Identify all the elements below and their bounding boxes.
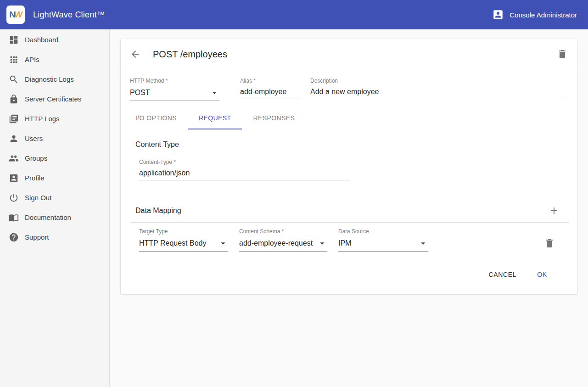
section-gap xyxy=(121,180,577,194)
content-schema-label: Content Schema * xyxy=(239,228,327,235)
content-type-value: application/json xyxy=(139,169,190,177)
description-value: Add a new employee xyxy=(310,88,379,96)
delete-endpoint-icon[interactable] xyxy=(557,49,568,60)
sidebar-item-http-logs[interactable]: HTTP Logs xyxy=(0,109,109,129)
chevron-down-icon xyxy=(209,88,219,98)
data-source-select[interactable]: Data Source IPM xyxy=(338,228,428,252)
sidebar-item-sign-out[interactable]: Sign Out xyxy=(0,188,109,208)
account-box-icon xyxy=(492,9,504,21)
sidebar-item-diagnostic-logs[interactable]: Diagnostic Logs xyxy=(0,69,109,89)
sidebar-item-users[interactable]: Users xyxy=(0,129,109,148)
alias-value: add-employee xyxy=(240,88,286,96)
sidebar-item-support[interactable]: Support xyxy=(0,227,109,247)
help-icon xyxy=(9,232,19,242)
content-type-label: Content-Type * xyxy=(139,159,350,165)
power-icon xyxy=(9,193,19,203)
sidebar-nav: Dashboard APIs Diagnostic Logs Server Ce… xyxy=(0,29,110,387)
library-books-icon xyxy=(9,114,19,124)
app-logo: NW xyxy=(6,6,25,24)
target-type-value: HTTP Request Body xyxy=(139,239,206,247)
sidebar-item-label: Server Certificates xyxy=(25,95,81,103)
content-type-field[interactable]: Content-Type * application/json xyxy=(139,159,350,180)
sidebar-item-server-certificates[interactable]: Server Certificates xyxy=(0,89,109,109)
sidebar-item-profile[interactable]: Profile xyxy=(0,168,109,188)
tab-responses[interactable]: RESPONSES xyxy=(242,107,306,129)
mapping-row: Target Type HTTP Request Body Content Sc… xyxy=(121,223,577,252)
sidebar-item-label: Groups xyxy=(25,154,47,162)
target-type-select[interactable]: Target Type HTTP Request Body xyxy=(139,228,228,252)
cancel-button[interactable]: CANCEL xyxy=(482,266,524,283)
person-icon xyxy=(9,134,19,144)
data-mapping-heading: Data Mapping xyxy=(135,205,560,216)
sidebar-item-label: Support xyxy=(25,233,49,241)
content-schema-select[interactable]: Content Schema * add-employee-request xyxy=(239,228,327,252)
alias-label: Alias * xyxy=(240,78,301,84)
endpoint-detail-card: POST /employees HTTP Method * POST Alias… xyxy=(121,39,577,294)
sidebar-item-label: Profile xyxy=(25,174,45,182)
content-schema-value: add-employee-request xyxy=(239,239,313,247)
sidebar-item-apis[interactable]: APIs xyxy=(0,50,109,69)
sidebar-item-documentation[interactable]: Documentation xyxy=(0,208,109,227)
back-arrow-icon[interactable] xyxy=(130,49,141,60)
http-method-select[interactable]: HTTP Method * POST xyxy=(130,78,219,101)
description-field[interactable]: Description Add a new employee xyxy=(310,78,568,101)
sidebar-item-label: APIs xyxy=(25,56,39,63)
search-icon xyxy=(9,74,19,84)
data-source-label: Data Source xyxy=(338,228,428,235)
chevron-down-icon xyxy=(418,238,428,248)
target-type-label: Target Type xyxy=(139,228,228,235)
http-method-label: HTTP Method * xyxy=(130,78,219,84)
open-book-icon xyxy=(9,213,19,223)
app-title: LightWave Client™ xyxy=(33,10,105,20)
alias-field[interactable]: Alias * add-employee xyxy=(240,78,301,101)
content-type-divider xyxy=(130,155,569,155)
delete-mapping-icon[interactable] xyxy=(544,238,555,249)
app-bar: NW LightWave Client™ Console Administrat… xyxy=(0,0,588,29)
tab-io-options[interactable]: I/O OPTIONS xyxy=(124,107,188,129)
content-type-heading: Content Type xyxy=(135,140,560,149)
tab-request[interactable]: REQUEST xyxy=(188,107,242,129)
chevron-down-icon xyxy=(317,238,327,248)
people-icon xyxy=(9,153,19,163)
apps-icon xyxy=(9,55,19,65)
sidebar-item-dashboard[interactable]: Dashboard xyxy=(0,30,109,50)
add-mapping-icon[interactable] xyxy=(549,205,560,216)
account-box-icon xyxy=(9,173,19,183)
lock-icon xyxy=(9,94,19,104)
sidebar-item-groups[interactable]: Groups xyxy=(0,148,109,168)
sidebar-item-label: HTTP Logs xyxy=(25,115,60,123)
sidebar-item-label: Diagnostic Logs xyxy=(25,75,74,83)
logo-letter-w: W xyxy=(14,10,22,20)
form-actions: CANCEL OK xyxy=(121,252,577,286)
sidebar-item-label: Documentation xyxy=(25,213,71,221)
sidebar-item-label: Dashboard xyxy=(25,36,58,44)
ok-button[interactable]: OK xyxy=(527,266,557,283)
sidebar-item-label: Users xyxy=(25,135,43,142)
data-source-value: IPM xyxy=(338,239,351,247)
page-title: POST /employees xyxy=(153,49,227,60)
user-name: Console Administrator xyxy=(510,11,577,19)
main-content: POST /employees HTTP Method * POST Alias… xyxy=(110,29,588,387)
endpoint-fields-row: HTTP Method * POST Alias * add-employee … xyxy=(121,70,577,101)
sidebar-item-label: Sign Out xyxy=(25,194,51,202)
app-shell: Dashboard APIs Diagnostic Logs Server Ce… xyxy=(0,29,588,387)
chevron-down-icon xyxy=(218,238,228,248)
account-menu[interactable]: Console Administrator xyxy=(492,9,577,21)
dashboard-icon xyxy=(9,35,19,45)
card-header: POST /employees xyxy=(121,39,577,70)
detail-tabs: I/O OPTIONS REQUEST RESPONSES xyxy=(124,107,577,129)
http-method-value: POST xyxy=(130,89,150,97)
description-label: Description xyxy=(310,78,568,84)
